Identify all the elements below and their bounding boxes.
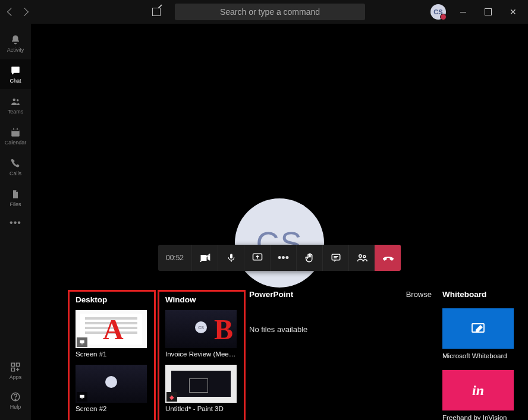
- call-control-bar: 00:52 •••: [158, 245, 401, 271]
- rail-apps[interactable]: Apps: [0, 356, 31, 386]
- phone-icon: [10, 157, 21, 169]
- app-rail: Activity Chat Teams Calendar Calls Files…: [0, 24, 31, 420]
- svg-rect-19: [80, 340, 84, 343]
- whiteboard-microsoft[interactable]: [442, 308, 514, 349]
- rail-label: Files: [10, 201, 21, 207]
- show-participants-button[interactable]: [348, 245, 375, 271]
- show-chat-button[interactable]: [322, 245, 348, 271]
- share-window-2[interactable]: ◆: [165, 365, 237, 403]
- bell-icon: [10, 34, 21, 46]
- section-title-window: Window: [165, 295, 238, 304]
- hangup-button[interactable]: [375, 245, 401, 271]
- whiteboard-invision[interactable]: in: [442, 370, 514, 410]
- rail-chat[interactable]: Chat: [0, 59, 31, 89]
- rail-label: Activity: [7, 47, 24, 53]
- thumb-label: Screen #1: [76, 350, 147, 358]
- more-actions-button[interactable]: •••: [270, 245, 296, 271]
- share-window-1[interactable]: CS: [165, 310, 237, 348]
- svg-rect-8: [11, 368, 14, 371]
- svg-rect-7: [17, 363, 20, 366]
- popout-icon[interactable]: [152, 8, 161, 16]
- rail-help[interactable]: Help: [0, 386, 31, 415]
- app-icon: ◆: [166, 392, 177, 402]
- nav-back-button[interactable]: [7, 8, 15, 16]
- svg-rect-6: [11, 363, 14, 366]
- thumb-label: Untitled* - Paint 3D: [165, 405, 237, 412]
- svg-rect-4: [13, 128, 14, 130]
- thumb-label: Screen #2: [76, 405, 147, 412]
- section-title-desktop: Desktop: [76, 295, 148, 304]
- rail-calls[interactable]: Calls: [0, 152, 31, 182]
- rail-label: Apps: [10, 374, 22, 380]
- rail-label: Calendar: [5, 140, 27, 146]
- files-icon: [10, 188, 21, 200]
- rail-activity[interactable]: Activity: [0, 29, 31, 58]
- svg-point-10: [15, 399, 16, 400]
- window-maximize-button[interactable]: [476, 2, 501, 21]
- rail-calendar[interactable]: Calendar: [0, 121, 31, 151]
- whiteboard-label: Microsoft Whiteboard: [442, 352, 520, 359]
- rail-label: Help: [10, 404, 21, 410]
- share-desktop-screen-1[interactable]: [76, 310, 147, 348]
- section-title-powerpoint: PowerPoint: [249, 290, 293, 299]
- content-area: CS 00:52 ••• Desktop: [31, 24, 528, 420]
- teams-icon: [10, 96, 21, 108]
- svg-rect-12: [230, 254, 232, 258]
- monitor-icon: [77, 337, 87, 347]
- chat-icon: [10, 65, 21, 77]
- svg-rect-22: [81, 399, 83, 399]
- participant-avatar: CS: [235, 198, 324, 288]
- share-screen-button[interactable]: [244, 245, 270, 271]
- ellipsis-icon: •••: [278, 252, 289, 264]
- rail-label: Teams: [8, 109, 24, 115]
- svg-rect-21: [80, 395, 84, 398]
- apps-icon: [10, 361, 21, 373]
- rail-label: Calls: [10, 170, 21, 176]
- window-minimize-button[interactable]: [451, 2, 476, 21]
- window-close-button[interactable]: ✕: [501, 2, 526, 21]
- share-desktop-screen-2[interactable]: [76, 365, 147, 403]
- help-icon: [10, 391, 21, 403]
- svg-point-0: [13, 99, 16, 102]
- share-section-window: Window CS Invoice Review (Meeting)... ◆ …: [158, 290, 246, 420]
- search-placeholder: Search or type a command: [220, 7, 320, 17]
- svg-rect-14: [332, 254, 340, 260]
- monitor-icon: [77, 392, 87, 402]
- powerpoint-empty-text: No files available: [249, 325, 436, 334]
- svg-rect-20: [81, 344, 83, 345]
- section-title-whiteboard: Whiteboard: [442, 290, 520, 299]
- share-tray: Desktop Screen #1 Screen #2: [68, 290, 520, 420]
- nav-forward-button[interactable]: [20, 8, 29, 16]
- raise-hand-button[interactable]: [296, 245, 322, 271]
- svg-rect-5: [17, 128, 18, 130]
- rail-teams[interactable]: Teams: [0, 90, 31, 120]
- profile-avatar[interactable]: CS: [430, 4, 446, 20]
- calendar-icon: [10, 127, 21, 138]
- avatar-initials: CS: [433, 8, 442, 15]
- thumb-label: Invoice Review (Meeting)...: [165, 350, 237, 358]
- call-timer: 00:52: [158, 245, 191, 271]
- browse-button[interactable]: Browse: [406, 290, 432, 299]
- rail-files[interactable]: Files: [0, 183, 31, 213]
- svg-point-1: [17, 99, 18, 101]
- title-bar: Search or type a command CS ✕: [0, 0, 528, 24]
- search-input[interactable]: Search or type a command: [175, 4, 365, 20]
- svg-rect-3: [11, 130, 20, 131]
- share-section-powerpoint: PowerPoint Browse No files available: [249, 290, 436, 420]
- rail-label: Chat: [10, 78, 21, 84]
- camera-toggle-button[interactable]: [191, 245, 218, 271]
- svg-point-18: [363, 255, 365, 258]
- share-section-whiteboard: Whiteboard Microsoft Whiteboard in Freeh…: [442, 290, 520, 420]
- svg-point-17: [359, 255, 362, 258]
- mic-toggle-button[interactable]: [218, 245, 244, 271]
- rail-more-button[interactable]: •••: [10, 217, 21, 228]
- whiteboard-label: Freehand by InVision: [442, 414, 520, 420]
- share-section-desktop: Desktop Screen #1 Screen #2: [68, 290, 156, 420]
